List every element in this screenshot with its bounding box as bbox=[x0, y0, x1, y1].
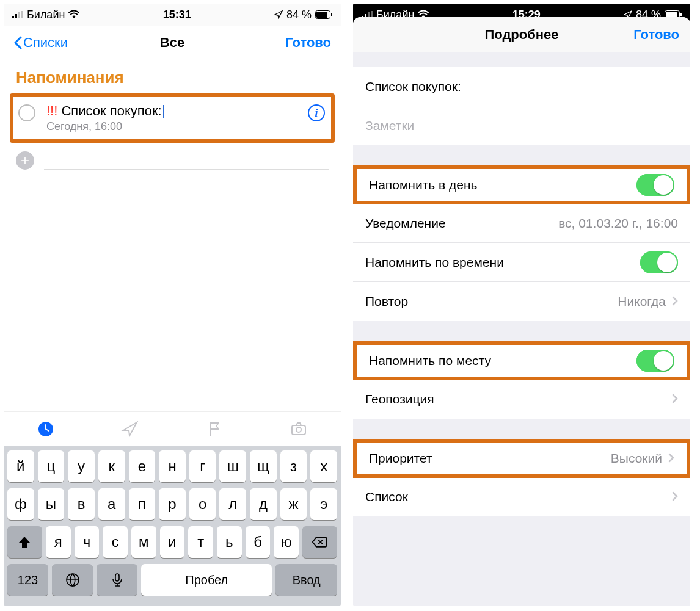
svg-rect-3 bbox=[21, 11, 23, 18]
reminder-title[interactable]: Список покупок: bbox=[61, 103, 161, 118]
key-letter[interactable]: ч bbox=[75, 526, 100, 558]
phone-left: Билайн 15:31 84 % Списки Все Готово Напо… bbox=[4, 4, 341, 606]
remind-day-toggle[interactable] bbox=[636, 174, 674, 196]
group-title-notes: Список покупок: Заметки bbox=[353, 67, 690, 145]
svg-rect-2 bbox=[18, 12, 20, 18]
key-globe[interactable] bbox=[52, 564, 93, 596]
detail-sheet: Подробнее Готово Список покупок: Заметки… bbox=[353, 17, 690, 606]
key-letter[interactable]: з bbox=[280, 450, 307, 482]
group-location: Напомнить по месту Геопозиция bbox=[353, 341, 690, 419]
key-letter[interactable]: д bbox=[250, 488, 277, 520]
remind-time-row[interactable]: Напомнить по времени bbox=[353, 243, 690, 282]
key-numbers[interactable]: 123 bbox=[7, 564, 48, 596]
key-letter[interactable]: ж bbox=[280, 488, 307, 520]
svg-point-9 bbox=[296, 427, 301, 432]
repeat-row[interactable]: Повтор Никогда bbox=[353, 282, 690, 321]
sheet-title: Подробнее bbox=[484, 27, 558, 43]
key-letter[interactable]: к bbox=[98, 450, 125, 482]
section-title: Напоминания bbox=[4, 60, 341, 93]
key-mic[interactable] bbox=[97, 564, 137, 596]
remind-day-label: Напомнить в день bbox=[369, 178, 478, 192]
key-letter[interactable]: и bbox=[160, 526, 185, 558]
wifi-icon bbox=[68, 10, 79, 19]
key-letter[interactable]: б bbox=[246, 526, 271, 558]
key-letter[interactable]: я bbox=[46, 526, 71, 558]
keyboard: йцукенгшщзх фывапролджэ ячсмитьбю 123 bbox=[4, 446, 341, 606]
key-enter[interactable]: Ввод bbox=[275, 564, 337, 596]
carrier-label: Билайн bbox=[27, 9, 65, 21]
priority-value: Высокий bbox=[611, 451, 662, 466]
phone-right: Билайн 15:29 84 % Подробнее Готово Списо… bbox=[353, 4, 690, 606]
key-letter[interactable]: ы bbox=[38, 488, 65, 520]
key-shift[interactable] bbox=[7, 526, 42, 558]
notes-field[interactable]: Заметки bbox=[353, 106, 690, 145]
svg-rect-11 bbox=[115, 574, 119, 581]
key-letter[interactable]: о bbox=[189, 488, 216, 520]
back-button[interactable]: Списки bbox=[13, 35, 68, 51]
repeat-value: Никогда bbox=[618, 294, 666, 309]
remind-time-toggle[interactable] bbox=[640, 251, 678, 273]
add-reminder-row[interactable]: + bbox=[4, 143, 341, 178]
chevron-right-icon bbox=[672, 392, 678, 407]
key-letter[interactable]: т bbox=[188, 526, 213, 558]
group-priority-list: Приоритет Высокий Список bbox=[353, 439, 690, 516]
key-letter[interactable]: м bbox=[131, 526, 156, 558]
svg-rect-17 bbox=[680, 13, 682, 16]
notify-row[interactable]: Уведомление вс, 01.03.20 г., 16:00 bbox=[353, 204, 690, 243]
key-letter[interactable]: й bbox=[7, 450, 34, 482]
key-letter[interactable]: ю bbox=[274, 526, 299, 558]
battery-pct: 84 % bbox=[286, 9, 312, 21]
toolbar-flag-button[interactable] bbox=[172, 420, 257, 438]
title-field[interactable]: Список покупок: bbox=[353, 67, 690, 106]
key-letter[interactable]: п bbox=[129, 488, 156, 520]
back-label: Списки bbox=[23, 35, 68, 51]
toolbar-time-button[interactable] bbox=[4, 420, 88, 438]
key-letter[interactable]: с bbox=[103, 526, 128, 558]
key-letter[interactable]: х bbox=[310, 450, 337, 482]
chevron-left-icon bbox=[13, 36, 22, 49]
key-letter[interactable]: ш bbox=[219, 450, 246, 482]
geoposition-row[interactable]: Геопозиция bbox=[353, 380, 690, 419]
done-button[interactable]: Готово bbox=[285, 35, 331, 51]
remind-location-row[interactable]: Напомнить по месту bbox=[353, 341, 690, 380]
add-icon[interactable]: + bbox=[16, 151, 34, 170]
toolbar-camera-button[interactable] bbox=[257, 420, 341, 438]
add-placeholder-line bbox=[44, 151, 329, 170]
chevron-right-icon bbox=[672, 294, 678, 309]
repeat-label: Повтор bbox=[365, 294, 408, 309]
info-button[interactable]: i bbox=[308, 104, 325, 121]
notify-label: Уведомление bbox=[365, 216, 446, 231]
key-space[interactable]: Пробел bbox=[141, 564, 272, 596]
geoposition-label: Геопозиция bbox=[365, 392, 434, 407]
status-time: 15:31 bbox=[163, 9, 191, 21]
key-letter[interactable]: ф bbox=[7, 488, 34, 520]
reminder-item[interactable]: !!! Список покупок: Сегодня, 16:00 i bbox=[10, 93, 335, 143]
key-letter[interactable]: р bbox=[159, 488, 186, 520]
key-letter[interactable]: н bbox=[159, 450, 186, 482]
svg-rect-0 bbox=[12, 16, 14, 18]
done-button[interactable]: Готово bbox=[633, 27, 679, 43]
key-backspace[interactable] bbox=[302, 526, 337, 558]
complete-checkbox[interactable] bbox=[18, 104, 35, 121]
key-letter[interactable]: ц bbox=[38, 450, 65, 482]
key-letter[interactable]: в bbox=[68, 488, 95, 520]
priority-row[interactable]: Приоритет Высокий bbox=[353, 439, 690, 478]
chevron-right-icon bbox=[672, 490, 678, 504]
key-letter[interactable]: щ bbox=[250, 450, 277, 482]
key-letter[interactable]: у bbox=[68, 450, 95, 482]
key-letter[interactable]: э bbox=[310, 488, 337, 520]
list-label: Список bbox=[365, 490, 408, 504]
key-letter[interactable]: л bbox=[219, 488, 246, 520]
remind-location-toggle[interactable] bbox=[636, 350, 674, 372]
toolbar-location-button[interactable] bbox=[88, 420, 172, 438]
key-letter[interactable]: е bbox=[129, 450, 156, 482]
remind-day-row[interactable]: Напомнить в день bbox=[353, 165, 690, 204]
key-letter[interactable]: г bbox=[189, 450, 216, 482]
list-row[interactable]: Список bbox=[353, 477, 690, 516]
remind-time-label: Напомнить по времени bbox=[365, 255, 504, 270]
key-letter[interactable]: ь bbox=[217, 526, 242, 558]
svg-rect-1 bbox=[15, 14, 17, 18]
key-letter[interactable]: а bbox=[98, 488, 125, 520]
chevron-right-icon bbox=[668, 451, 674, 466]
priority-indicator: !!! bbox=[46, 103, 57, 118]
